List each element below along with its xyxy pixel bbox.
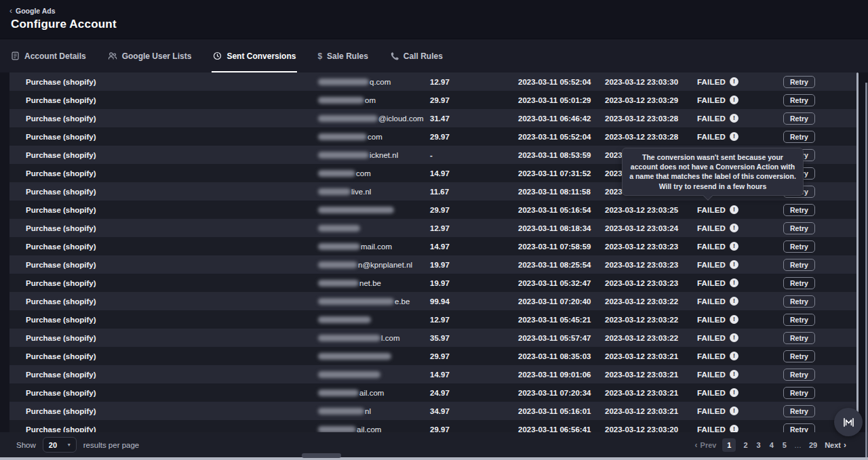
redacted-email-blur [318, 115, 378, 122]
warning-icon[interactable]: ! [730, 278, 738, 287]
prev-page-button[interactable]: ‹Prev [695, 441, 717, 449]
status-cell: FAILED! [697, 352, 783, 360]
tab-sale-rules[interactable]: $Sale Rules [316, 39, 369, 72]
redacted-email-blur [318, 262, 357, 268]
sent-at-cell: 2023-03-11 08:18:34 [518, 224, 605, 232]
tab-call-rules[interactable]: Call Rules [389, 39, 444, 72]
retry-button[interactable]: Retry [783, 369, 815, 381]
tab-google-user-lists[interactable]: Google User Lists [106, 39, 193, 72]
chevron-left-icon: ‹ [9, 7, 12, 14]
status-cell: FAILED! [697, 278, 783, 287]
status-badge: FAILED [697, 425, 726, 433]
redacted-email-blur [318, 280, 359, 287]
widget-launcher-button[interactable] [834, 408, 863, 436]
page-button-5[interactable]: 5 [781, 441, 788, 449]
redacted-email-blur [318, 371, 380, 378]
retry-button[interactable]: Retry [783, 423, 815, 433]
conversion-name-cell: Purchase (shopify) [26, 151, 318, 159]
page-size-select[interactable]: 20 ▾ [43, 437, 77, 453]
warning-icon[interactable]: ! [730, 333, 738, 342]
warning-icon[interactable]: ! [730, 388, 738, 397]
warning-icon[interactable]: ! [730, 425, 738, 432]
page-vertical-scrollbar[interactable] [865, 83, 867, 460]
warning-icon[interactable]: ! [730, 205, 738, 214]
breadcrumb-label: Google Ads [16, 7, 56, 15]
retry-button[interactable]: Retry [783, 295, 815, 308]
chevron-down-icon: ▾ [68, 442, 71, 448]
retry-button[interactable]: Retry [783, 204, 815, 216]
warning-icon[interactable]: ! [730, 132, 738, 141]
warning-icon[interactable]: ! [730, 315, 738, 324]
conversion-name-cell: Purchase (shopify) [26, 78, 318, 86]
conversion-name-cell: Purchase (shopify) [26, 261, 318, 269]
page-button-4[interactable]: 4 [768, 441, 775, 449]
redacted-email-blur [318, 225, 360, 232]
sent-at-cell: 2023-03-11 07:20:34 [518, 389, 605, 397]
conversion-name-cell: Purchase (shopify) [26, 389, 318, 397]
page-button-29[interactable]: 29 [808, 441, 818, 449]
warning-icon[interactable]: ! [730, 260, 738, 269]
warning-icon[interactable]: ! [730, 96, 738, 104]
email-cell [318, 371, 430, 378]
table-row: Purchase (shopify)ail.com29.972023-03-11… [9, 420, 857, 432]
conversion-name-cell: Purchase (shopify) [26, 133, 318, 141]
retry-button[interactable]: Retry [783, 405, 815, 417]
page-button-1[interactable]: 1 [722, 438, 736, 452]
retry-button[interactable]: Retry [783, 94, 815, 106]
page-button-3[interactable]: 3 [755, 441, 762, 449]
page-header: ‹ Google Ads Configure Account [0, 0, 868, 39]
breadcrumb[interactable]: ‹ Google Ads [9, 7, 56, 15]
table-vertical-scrollbar[interactable] [856, 72, 859, 432]
table-row: Purchase (shopify)om29.972023-03-11 05:0… [9, 91, 857, 109]
status-badge: FAILED [697, 316, 726, 324]
sent-at-cell: 2023-03-11 08:11:58 [518, 188, 605, 196]
retry-button[interactable]: Retry [783, 350, 815, 362]
warning-icon[interactable]: ! [730, 114, 738, 123]
retry-button[interactable]: Retry [783, 277, 815, 289]
tooltip-text: The conversion wasn't sent because your … [629, 153, 796, 190]
conversion-name-cell: Purchase (shopify) [26, 224, 318, 232]
value-cell: 35.97 [430, 334, 518, 342]
page-title: Configure Account [11, 18, 117, 31]
table-row: Purchase (shopify)29.972023-03-11 08:35:… [9, 347, 857, 365]
email-suffix: icknet.nl [370, 151, 398, 159]
results-per-page-label: results per page [83, 441, 139, 449]
tab-account-details[interactable]: Account Details [9, 39, 87, 72]
warning-icon[interactable]: ! [730, 370, 738, 379]
sent-at-cell: 2023-03-11 05:57:47 [518, 334, 605, 342]
conversion-name-cell: Purchase (shopify) [26, 352, 318, 360]
email-cell [318, 353, 430, 360]
page-button-2[interactable]: 2 [742, 441, 749, 449]
tab-sent-conversions[interactable]: Sent Conversions [212, 39, 297, 72]
value-cell: 14.97 [430, 169, 518, 177]
status-badge: FAILED [697, 334, 726, 342]
horizontal-scrollbar-track[interactable] [0, 457, 868, 460]
value-cell: 12.97 [430, 224, 518, 232]
warning-icon[interactable]: ! [730, 352, 738, 360]
redacted-email-blur [318, 79, 369, 85]
value-cell: 12.97 [430, 78, 518, 86]
warning-icon[interactable]: ! [730, 297, 738, 306]
retry-button[interactable]: Retry [783, 131, 815, 143]
horizontal-scrollbar-thumb[interactable] [302, 453, 341, 458]
value-cell: 19.97 [430, 261, 518, 269]
conversion-name-cell: Purchase (shopify) [26, 425, 318, 433]
warning-icon[interactable]: ! [730, 406, 738, 415]
retry-button[interactable]: Retry [783, 314, 815, 326]
tab-label: Sale Rules [327, 51, 368, 61]
retry-button[interactable]: Retry [783, 76, 815, 88]
email-cell: ail.com [318, 425, 430, 433]
retry-button[interactable]: Retry [783, 259, 815, 271]
retry-button[interactable]: Retry [783, 387, 815, 399]
retry-button[interactable]: Retry [783, 241, 815, 253]
table-row: Purchase (shopify)l.com35.972023-03-11 0… [9, 329, 857, 347]
warning-icon[interactable]: ! [730, 77, 738, 86]
retry-button[interactable]: Retry [783, 332, 815, 344]
redacted-email-blur [318, 243, 360, 250]
warning-icon[interactable]: ! [730, 242, 738, 251]
retry-button[interactable]: Retry [783, 112, 815, 125]
retry-button[interactable]: Retry [783, 222, 815, 234]
m-logo-icon [843, 417, 854, 427]
warning-icon[interactable]: ! [730, 224, 738, 232]
next-page-button[interactable]: Next› [825, 441, 846, 449]
